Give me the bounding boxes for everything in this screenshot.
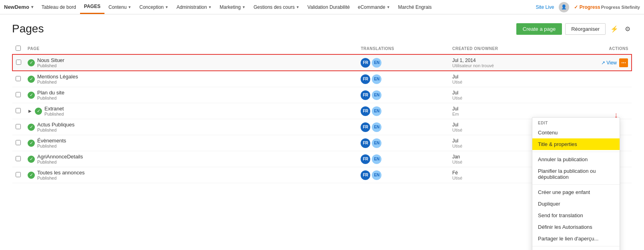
create-page-button[interactable]: Create a page xyxy=(516,23,562,35)
translation-badge-FR: FR xyxy=(361,154,370,164)
page-status: Published xyxy=(37,160,83,164)
page-status: Published xyxy=(37,176,85,180)
created-user: Em xyxy=(452,112,567,116)
menu-item-définirlesautorisati[interactable]: Définir les Autorisations xyxy=(532,221,620,233)
row-checkbox-7[interactable] xyxy=(16,156,21,161)
translation-badge-FR: FR xyxy=(361,90,370,100)
nav-dropdown-arrow: ▼ xyxy=(296,5,299,9)
menu-item-label: Contenu xyxy=(538,130,558,136)
nav-dropdown-arrow: ▼ xyxy=(128,5,131,9)
nav-dropdown-arrow: ▼ xyxy=(208,5,212,9)
nav-item-ecommande[interactable]: eCommande▼ xyxy=(354,0,394,14)
col-header-translations: TRANSLATIONS xyxy=(357,43,449,54)
menu-item-label: Annuler la publication xyxy=(538,156,588,162)
nav-item-tableau-de-bord[interactable]: Tableau de bord xyxy=(38,0,80,14)
nav-item-administration[interactable]: Administration▼ xyxy=(173,0,216,14)
view-label: View xyxy=(606,60,617,66)
reorganize-button[interactable]: Réorganiser xyxy=(565,23,606,35)
row-checkbox-5[interactable] xyxy=(16,124,21,129)
page-name: Plan du site xyxy=(37,90,64,96)
progress-logo: ✓ Progress Progress Sitefinity xyxy=(574,4,640,10)
nav-item-gestions-des-cours[interactable]: Gestions des cours▼ xyxy=(249,0,303,14)
created-user: Utisé xyxy=(452,80,567,84)
translation-badge-EN: EN xyxy=(372,58,381,68)
header-actions: Create a page Réorganiser ⚡ ⚙ xyxy=(516,23,632,35)
row-checkbox-6[interactable] xyxy=(16,140,21,145)
translation-badge-EN: EN xyxy=(372,90,381,100)
row-checkbox-4[interactable] xyxy=(16,108,21,113)
menu-item-title&properties[interactable]: Title & properties xyxy=(532,138,620,150)
menu-item-sendfortranslation[interactable]: Send for translation xyxy=(532,210,620,221)
nav-item-marché-engrais[interactable]: Marché Engrais xyxy=(394,0,436,14)
nav-items: Tableau de bordPAGESContenu▼Conception▼A… xyxy=(38,0,436,14)
table-header-row: PAGE TRANSLATIONS CREATED ON/OWNER ACTIO… xyxy=(12,43,632,54)
top-navigation: NewDemo ▼ Tableau de bordPAGESContenu▼Co… xyxy=(0,0,644,14)
status-icon: ✓ xyxy=(28,140,35,147)
col-header-page: PAGE xyxy=(24,43,357,54)
select-all-checkbox[interactable] xyxy=(16,46,21,51)
settings-button[interactable]: ⚙ xyxy=(623,24,632,34)
menu-divider xyxy=(532,184,620,185)
nav-item-marketing[interactable]: Marketing▼ xyxy=(216,0,250,14)
page-name: AgriAnnonceDetails xyxy=(37,154,83,160)
menu-item-label: Send for translation xyxy=(538,212,583,218)
row-checkbox-8[interactable] xyxy=(16,172,21,177)
menu-item-label: Créer une page enfant xyxy=(538,189,590,195)
status-icon: ✓ xyxy=(28,59,35,66)
menu-item-planifierlapublicati[interactable]: Planifier la publication ou dépublicatio… xyxy=(532,165,620,183)
menu-item-contenu[interactable]: Contenu xyxy=(532,127,620,138)
menu-item-label: Définir les Autorisations xyxy=(538,224,592,230)
translation-badge-FR: FR xyxy=(361,138,370,148)
main-content: Pages Create a page Réorganiser ⚡ ⚙ PAGE… xyxy=(0,14,644,250)
view-link[interactable]: ↗ View xyxy=(601,60,617,66)
translation-badge-FR: FR xyxy=(361,170,370,180)
translation-badge-EN: EN xyxy=(372,138,381,148)
translation-badge-EN: EN xyxy=(372,74,381,84)
brand-logo[interactable]: NewDemo ▼ xyxy=(4,4,34,10)
menu-item-annulerlapublication[interactable]: Annuler la publication xyxy=(532,154,620,165)
nav-item-validation-durabilité[interactable]: Validation Durabilité xyxy=(303,0,354,14)
menu-item-créerunepageenfant[interactable]: Créer une page enfant xyxy=(532,186,620,198)
translation-badge-FR: FR xyxy=(361,122,370,132)
translation-badge-FR: FR xyxy=(361,74,370,84)
page-status: Published xyxy=(37,80,78,84)
menu-section-label: EDIT xyxy=(532,118,620,127)
table-row: ▶ ✓ Extranet Published FREN Jul Em xyxy=(12,103,632,119)
row-checkbox-2[interactable] xyxy=(16,76,21,81)
more-actions-button[interactable]: ··· xyxy=(619,58,628,67)
user-avatar[interactable]: 👤 xyxy=(559,2,569,12)
page-name: Mentions Légales xyxy=(37,74,78,80)
nav-item-contenu[interactable]: Contenu▼ xyxy=(104,0,135,14)
translation-badge-EN: EN xyxy=(372,122,381,132)
col-header-actions: ACTIONS xyxy=(570,43,632,54)
page-name: Extranet xyxy=(44,106,64,112)
pages-table-wrapper: PAGE TRANSLATIONS CREATED ON/OWNER ACTIO… xyxy=(12,43,632,183)
page-name: Nous Situer xyxy=(37,57,64,63)
row-checkbox-1[interactable] xyxy=(16,60,21,65)
translation-badge-FR: FR xyxy=(361,106,370,116)
nav-item-conception[interactable]: Conception▼ xyxy=(135,0,173,14)
status-icon: ✓ xyxy=(28,156,35,163)
site-live-link[interactable]: Site Live xyxy=(536,4,554,10)
page-status: Published xyxy=(37,63,64,68)
page-header: Pages Create a page Réorganiser ⚡ ⚙ xyxy=(12,22,632,35)
nav-item-pages[interactable]: PAGES xyxy=(80,0,104,14)
row-checkbox-3[interactable] xyxy=(16,92,21,97)
nav-dropdown-arrow: ▼ xyxy=(165,5,169,9)
menu-item-dupliquer[interactable]: Dupliquer xyxy=(532,198,620,210)
page-name: Actus Publiques xyxy=(37,122,74,128)
created-user: Utilisateur non trouvé xyxy=(452,63,567,68)
nav-right: Site Live 👤 ✓ Progress Progress Sitefini… xyxy=(536,2,640,12)
brand-name: NewDemo xyxy=(4,4,29,10)
filter-button[interactable]: ⚡ xyxy=(609,24,620,34)
menu-divider xyxy=(532,152,620,152)
col-header-created: CREATED ON/OWNER xyxy=(449,43,570,54)
menu-item-partagerleliend'aper[interactable]: Partager le lien d'aperçu... xyxy=(532,233,620,244)
page-status: Published xyxy=(37,128,74,132)
status-icon: ✓ xyxy=(28,76,35,83)
brand-dropdown-arrow: ▼ xyxy=(30,5,34,9)
expand-row-button[interactable]: ▶ xyxy=(28,108,32,114)
page-status: Published xyxy=(37,144,66,148)
red-arrow-indicator: ↓ xyxy=(614,110,618,120)
translation-badge-FR: FR xyxy=(361,58,370,68)
